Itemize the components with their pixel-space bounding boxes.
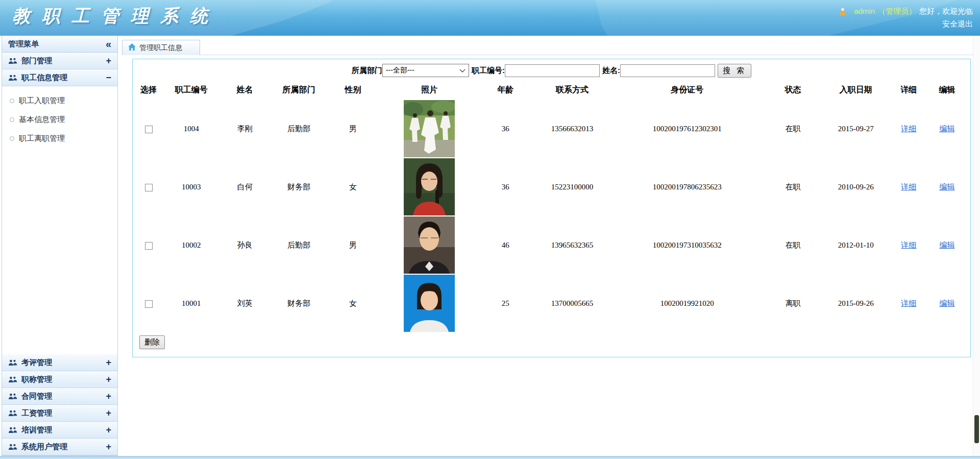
sidebar-item-label: 职称管理 — [21, 375, 52, 384]
cell-status: 在职 — [762, 216, 823, 274]
sidebar-item-department-mgmt[interactable]: 部门管理 + — [2, 53, 117, 69]
col-header-photo: 照片 — [380, 80, 479, 100]
sidebar-subitem-label: 职工入职管理 — [19, 96, 65, 106]
employee-no-input[interactable] — [505, 64, 600, 77]
row-checkbox[interactable] — [145, 184, 153, 191]
sidebar-subitem-employee-departure[interactable]: 职工离职管理 — [2, 129, 117, 148]
cell-hiredate: 2010-09-26 — [824, 158, 888, 216]
row-checkbox[interactable] — [145, 300, 153, 308]
sidebar-header: 管理菜单 « — [2, 36, 117, 53]
name-input[interactable] — [620, 64, 715, 77]
expand-plus-icon[interactable]: + — [106, 391, 111, 402]
sidebar-item-salary-mgmt[interactable]: 工资管理 + — [2, 405, 117, 422]
table-row: 10002 孙良 后勤部 男 — [133, 216, 965, 274]
cell-phone: 13566632013 — [532, 100, 612, 158]
user-role: （管理员） — [878, 5, 916, 17]
edit-link[interactable]: 编辑 — [939, 125, 954, 133]
edit-link[interactable]: 编辑 — [939, 183, 954, 191]
cell-status: 离职 — [762, 274, 823, 332]
col-header-hiredate: 入职日期 — [824, 80, 888, 100]
expand-plus-icon[interactable]: + — [106, 374, 111, 385]
table-header-row: 选择 职工编号 姓名 所属部门 性别 照片 年龄 联系方式 身份证号 状态 入职… — [133, 80, 965, 100]
sidebar-item-label: 合同管理 — [21, 392, 52, 401]
col-header-phone: 联系方式 — [532, 80, 612, 100]
edit-link[interactable]: 编辑 — [939, 299, 954, 307]
cell-empno: 10003 — [164, 158, 218, 216]
row-checkbox[interactable] — [145, 126, 153, 133]
delete-button[interactable]: 删除 — [139, 335, 165, 349]
employee-photo — [380, 100, 479, 157]
footer-strip — [0, 456, 980, 459]
col-header-dept: 所属部门 — [272, 80, 326, 100]
detail-link[interactable]: 详细 — [901, 241, 916, 249]
sidebar-item-contract-mgmt[interactable]: 合同管理 + — [2, 388, 117, 405]
sidebar-menu: 管理菜单 « 部门管理 + 职工信息管理 − 职工入职管理 基本信息管理 — [2, 36, 118, 456]
row-checkbox[interactable] — [145, 242, 153, 250]
department-select[interactable]: ---全部--- — [382, 64, 469, 77]
col-header-idcard: 身份证号 — [612, 80, 762, 100]
app-logo: 教职工管理系统 — [12, 4, 219, 28]
sidebar-item-label: 职工信息管理 — [21, 73, 67, 83]
col-header-name: 姓名 — [218, 80, 272, 100]
logout-link[interactable]: 安全退出 — [942, 17, 973, 30]
sidebar-item-label: 考评管理 — [21, 358, 52, 368]
sidebar-collapse-icon[interactable]: « — [106, 39, 111, 49]
sidebar-item-label: 工资管理 — [21, 408, 52, 418]
page-body: 管理菜单 « 部门管理 + 职工信息管理 − 职工入职管理 基本信息管理 — [0, 36, 980, 456]
cell-gender: 男 — [326, 100, 380, 158]
detail-link[interactable]: 详细 — [901, 125, 916, 133]
cell-gender: 女 — [326, 274, 380, 332]
cell-hiredate: 2015-09-26 — [824, 274, 888, 332]
cell-status: 在职 — [762, 100, 823, 158]
sidebar-item-training-mgmt[interactable]: 培训管理 + — [2, 422, 117, 439]
cell-age: 25 — [479, 274, 532, 332]
tab-strip: 管理职工信息 — [122, 40, 980, 55]
expand-plus-icon[interactable]: + — [106, 408, 111, 419]
cell-dept: 后勤部 — [272, 100, 326, 158]
sidebar-subitem-employee-onboarding[interactable]: 职工入职管理 — [2, 91, 117, 110]
detail-link[interactable]: 详细 — [901, 299, 916, 307]
sidebar-subitem-label: 基本信息管理 — [19, 115, 65, 125]
detail-link[interactable]: 详细 — [901, 183, 916, 191]
vertical-scrollbar[interactable] — [973, 36, 980, 459]
tab-manage-employee-info[interactable]: 管理职工信息 — [122, 40, 200, 55]
sidebar-item-system-user-mgmt[interactable]: 系统用户管理 + — [2, 439, 117, 455]
expand-plus-icon[interactable]: + — [106, 56, 111, 66]
cell-phone: 15223100000 — [532, 158, 612, 216]
cell-age: 46 — [479, 216, 532, 274]
main-area: 管理职工信息 所属部门 ---全部--- 职工编号: 姓名: 搜 索 — [118, 36, 980, 456]
cell-status: 在职 — [762, 158, 823, 216]
cell-gender: 女 — [326, 158, 380, 216]
sidebar-item-employee-info-mgmt[interactable]: 职工信息管理 − — [2, 69, 117, 86]
employee-photo — [380, 158, 479, 215]
department-filter-label: 所属部门 — [352, 66, 382, 76]
user-panel: admin （管理员） 您好，欢迎光临 安全退出 — [839, 5, 973, 30]
expand-plus-icon[interactable]: + — [106, 442, 111, 452]
sidebar-item-appraisal-mgmt[interactable]: 考评管理 + — [2, 354, 117, 371]
bullet-circle-icon — [10, 117, 14, 122]
sidebar-item-title-mgmt[interactable]: 职称管理 + — [2, 371, 117, 388]
filter-bar: 所属部门 ---全部--- 职工编号: 姓名: 搜 索 — [133, 63, 970, 78]
sidebar-subitem-basic-info[interactable]: 基本信息管理 — [2, 110, 117, 129]
search-button[interactable]: 搜 索 — [718, 64, 751, 78]
people-icon — [8, 359, 17, 366]
cell-age: 36 — [479, 158, 532, 216]
edit-link[interactable]: 编辑 — [939, 241, 954, 249]
people-icon — [8, 410, 17, 417]
sidebar-item-label: 部门管理 — [21, 56, 52, 66]
expand-plus-icon[interactable]: + — [106, 357, 111, 368]
table-row: 10003 白何 财务部 女 — [133, 158, 965, 216]
col-header-status: 状态 — [762, 80, 823, 100]
expand-plus-icon[interactable]: + — [106, 425, 111, 436]
sidebar-title: 管理菜单 — [8, 39, 39, 49]
cell-empno: 1004 — [164, 100, 218, 158]
collapse-minus-icon[interactable]: − — [106, 73, 111, 83]
employee-no-filter-label: 职工编号: — [472, 66, 505, 76]
scrollbar-thumb[interactable] — [974, 415, 979, 443]
people-icon — [8, 376, 17, 383]
cell-hiredate: 2015-09-27 — [824, 100, 888, 158]
table-actions: 删除 — [133, 332, 970, 349]
cell-age: 36 — [479, 100, 532, 158]
logged-in-user: admin — [854, 5, 875, 17]
col-header-edit: 编辑 — [929, 80, 965, 100]
